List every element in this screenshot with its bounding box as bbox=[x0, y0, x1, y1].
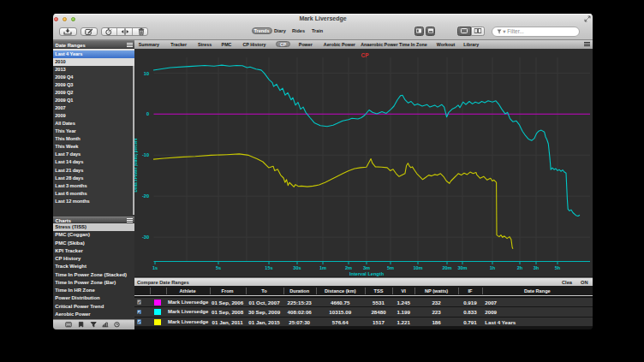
svg-text:0: 0 bbox=[146, 111, 149, 116]
svg-text:-20: -20 bbox=[142, 193, 149, 199]
svg-text:-10: -10 bbox=[142, 152, 149, 157]
svg-text:3m: 3m bbox=[363, 265, 370, 270]
svg-text:1m: 1m bbox=[319, 265, 326, 270]
svg-text:10m: 10m bbox=[413, 265, 422, 270]
svg-text:3h: 3h bbox=[534, 265, 540, 270]
svg-text:15s: 15s bbox=[265, 265, 272, 270]
svg-text:5m: 5m bbox=[387, 265, 394, 270]
svg-text:5h: 5h bbox=[555, 265, 561, 270]
svg-text:5s: 5s bbox=[216, 265, 221, 270]
svg-text:1s: 1s bbox=[152, 265, 158, 270]
svg-text:20m: 20m bbox=[442, 265, 451, 270]
svg-text:1h: 1h bbox=[490, 265, 496, 270]
svg-text:30s: 30s bbox=[293, 265, 301, 270]
svg-text:2h: 2h bbox=[517, 265, 523, 270]
svg-text:Interval Length: Interval Length bbox=[349, 271, 385, 276]
svg-text:CP: CP bbox=[361, 52, 369, 58]
svg-text:Delta xPower (watts) percent: Delta xPower (watts) percent bbox=[134, 138, 138, 192]
svg-text:30m: 30m bbox=[457, 265, 467, 270]
svg-text:-30: -30 bbox=[142, 234, 149, 240]
svg-text:10: 10 bbox=[144, 71, 149, 76]
svg-text:2m: 2m bbox=[345, 265, 352, 270]
